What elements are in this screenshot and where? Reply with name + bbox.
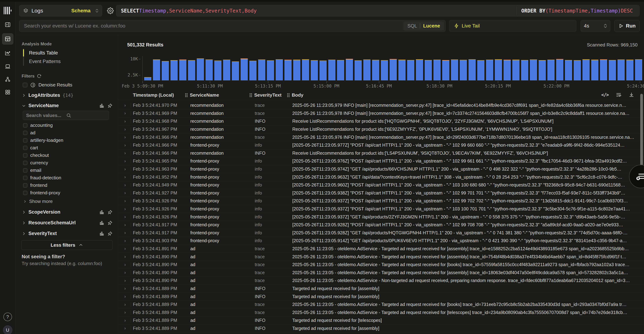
values-search-input[interactable]: Search values...	[23, 111, 109, 120]
table-row[interactable]: ›Feb 3 5:24:41.966 PMrecommendationtrace…	[118, 133, 644, 141]
expand-row-icon[interactable]: ›	[124, 302, 126, 307]
histogram-bar[interactable]	[591, 60, 598, 80]
table-row[interactable]: ›Feb 3 5:24:41.889 PMadINFOTargeted ad r…	[118, 325, 644, 333]
field-group-servicename[interactable]: ServiceName	[22, 103, 112, 108]
expand-row-icon[interactable]: ›	[124, 246, 126, 251]
histogram-bar[interactable]	[206, 59, 213, 80]
table-row[interactable]: ›Feb 3 5:24:41.965 PMfrontend-proxyinfo[…	[118, 157, 644, 165]
expand-row-icon[interactable]: ›	[124, 174, 126, 179]
histogram-bar[interactable]	[626, 60, 634, 80]
expand-row-icon[interactable]: ›	[124, 270, 126, 275]
wrap-lines-icon[interactable]	[616, 92, 622, 98]
service-filter-accounting[interactable]: accounting	[23, 123, 53, 128]
checkbox[interactable]	[23, 191, 27, 195]
expand-row-icon[interactable]: ›	[124, 214, 126, 219]
service-filter-ad[interactable]: ad	[23, 130, 36, 136]
table-row[interactable]: ›Feb 3 5:24:41.966 PMfrontend-proxyinfo[…	[118, 141, 644, 149]
table-row[interactable]: ›Feb 3 5:24:41.967 PMrecommendationINFOR…	[118, 125, 644, 133]
live-tail-button[interactable]: Live Tail	[449, 20, 576, 32]
histogram-bar[interactable]	[363, 59, 370, 80]
histogram-bar[interactable]	[372, 60, 379, 80]
checkbox[interactable]	[23, 123, 27, 128]
expand-row-icon[interactable]: ›	[124, 182, 126, 187]
help-button[interactable]: ?	[4, 313, 12, 321]
expand-row-icon[interactable]: ›	[124, 318, 126, 323]
histogram-bar[interactable]	[320, 61, 327, 80]
service-filter-frontend-proxy[interactable]: frontend-proxy	[23, 190, 60, 195]
table-row[interactable]: ›Feb 3 5:24:41.903 PMfrontend-proxyinfo[…	[118, 237, 644, 245]
expand-row-icon[interactable]: ›	[124, 278, 126, 283]
histogram-bar[interactable]	[328, 60, 336, 80]
table-row[interactable]: ›Feb 3 5:24:41.966 PMrecommendationINFOR…	[118, 149, 644, 157]
histogram-bar[interactable]	[346, 59, 353, 80]
table-row[interactable]: ›Feb 3 5:24:41.926 PMfrontend-proxyinfo[…	[118, 197, 644, 205]
table-row[interactable]: ›Feb 3 5:24:41.890 PMadtrace2025-05-26 1…	[118, 277, 644, 285]
table-row[interactable]: ›Feb 3 5:24:41.889 PMadINFOTargeted ad r…	[118, 317, 644, 325]
expand-row-icon[interactable]: ›	[124, 310, 126, 315]
expand-row-icon[interactable]: ›	[124, 326, 126, 331]
histogram-bar[interactable]	[381, 60, 388, 80]
query-language-toggle[interactable]: SQL Lucene	[404, 21, 444, 30]
table-row[interactable]: ›Feb 3 5:24:41.890 PMadtrace2025-05-26 1…	[118, 261, 644, 269]
histogram-bar[interactable]	[425, 60, 432, 80]
histogram-bar[interactable]	[434, 60, 440, 80]
sidebar-item-dashboards[interactable]	[2, 86, 14, 98]
results-histogram[interactable]	[142, 57, 642, 80]
drag-handle-icon[interactable]	[287, 93, 290, 97]
field-group-logattributes[interactable]: LogAttributes {14}	[22, 93, 112, 98]
histogram-bar[interactable]	[600, 59, 607, 80]
pin-icon[interactable]	[108, 210, 112, 215]
histogram-bar[interactable]	[302, 59, 309, 80]
checkbox[interactable]	[23, 161, 27, 165]
service-filter-fraud-detection[interactable]: fraud-detection	[23, 175, 61, 180]
expand-row-icon[interactable]: ›	[124, 159, 126, 164]
column-header-timestamp[interactable]: Timestamp (Local)	[133, 92, 174, 98]
table-row[interactable]: ›Feb 3 5:24:41.917 PMfrontend-proxyinfo[…	[118, 229, 644, 237]
checkbox[interactable]	[23, 153, 27, 158]
bar-chart-icon[interactable]	[99, 210, 104, 215]
sidebar-item-search-logs[interactable]	[2, 33, 14, 45]
table-row[interactable]: ›Feb 3 5:24:41.926 PMfrontend-proxyinfo[…	[118, 213, 644, 221]
table-row[interactable]: ›Feb 3 5:24:41.889 PMadtrace2025-05-26 1…	[118, 309, 644, 317]
expand-row-icon[interactable]: ›	[124, 190, 126, 195]
histogram-bar[interactable]	[530, 59, 537, 80]
column-header-body[interactable]: Body	[287, 92, 304, 98]
denoise-checkbox[interactable]	[23, 83, 27, 87]
table-row[interactable]: ›Feb 3 5:24:41.969 PMrecommendationtrace…	[118, 110, 644, 118]
table-row[interactable]: ›Feb 3 5:24:41.963 PMfrontend-proxyinfo[…	[118, 165, 644, 173]
expand-row-icon[interactable]: ›	[124, 135, 126, 140]
histogram-bar[interactable]	[398, 60, 406, 80]
histogram-bar[interactable]	[258, 59, 265, 80]
histogram-bar[interactable]	[512, 60, 520, 80]
table-row[interactable]: ›Feb 3 5:24:41.917 PMfrontend-proxyinfo[…	[118, 221, 644, 229]
histogram-bar[interactable]	[170, 60, 178, 80]
histogram-bar[interactable]	[311, 60, 318, 80]
bar-chart-icon[interactable]	[99, 231, 104, 236]
expand-row-icon[interactable]: ›	[124, 151, 126, 156]
table-row[interactable]: ›Feb 3 5:24:41.970 PMrecommendationtrace…	[118, 101, 644, 110]
service-filter-checkout[interactable]: checkout	[23, 153, 49, 158]
histogram-bar[interactable]	[582, 59, 590, 80]
user-avatar[interactable]: U	[3, 326, 12, 334]
denoise-results-option[interactable]: Denoise Results	[23, 82, 72, 88]
histogram-bar[interactable]	[153, 59, 160, 80]
field-group-severitytext[interactable]: SeverityText	[22, 231, 112, 236]
histogram-bar[interactable]	[451, 59, 458, 80]
field-group-resourceschemaurl[interactable]: ResourceSchemaUrl	[22, 220, 112, 226]
expand-row-icon[interactable]: ›	[124, 143, 126, 148]
schema-toggle[interactable]: Schema	[72, 8, 90, 13]
histogram-bar[interactable]	[354, 60, 362, 80]
code-view-icon[interactable]: </>	[601, 92, 608, 98]
event-search-input[interactable]: Search your events w/ Lucene ex. column:…	[19, 20, 446, 32]
histogram-bar[interactable]	[223, 60, 230, 80]
checkbox[interactable]	[23, 176, 27, 180]
analysis-mode-results-table[interactable]: Results Table	[24, 49, 61, 57]
select-clause-input[interactable]: SELECT Timestamp, ServiceName, SeverityT…	[116, 5, 527, 16]
run-button[interactable]: Run	[614, 20, 640, 32]
lucene-option[interactable]: Lucene	[423, 23, 440, 29]
expand-row-icon[interactable]: ›	[124, 111, 126, 116]
expand-row-icon[interactable]: ›	[124, 230, 126, 235]
show-more-toggle[interactable]: Show more	[22, 199, 112, 204]
bar-chart-icon[interactable]	[99, 220, 104, 225]
service-filter-currency[interactable]: currency	[23, 160, 48, 166]
